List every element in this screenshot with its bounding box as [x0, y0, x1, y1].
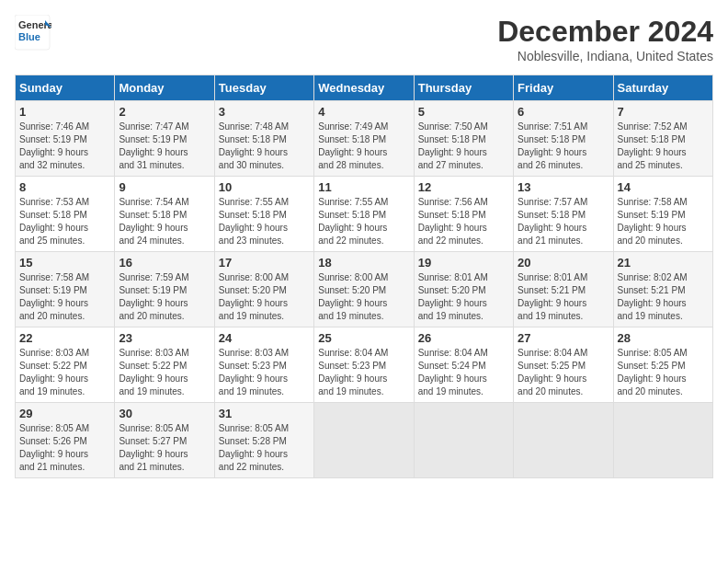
calendar-cell: 24Sunrise: 8:03 AMSunset: 5:23 PMDayligh…: [214, 327, 313, 403]
day-detail: Sunrise: 8:02 AMSunset: 5:21 PMDaylight:…: [618, 271, 709, 323]
day-number: 8: [19, 180, 110, 194]
calendar-cell: 13Sunrise: 7:57 AMSunset: 5:18 PMDayligh…: [514, 177, 613, 252]
day-number: 22: [19, 331, 110, 345]
day-detail: Sunrise: 7:55 AMSunset: 5:18 PMDaylight:…: [219, 196, 310, 247]
day-number: 25: [318, 331, 409, 345]
day-detail: Sunrise: 7:52 AMSunset: 5:18 PMDaylight:…: [618, 121, 709, 172]
calendar-cell: 3Sunrise: 7:48 AMSunset: 5:18 PMDaylight…: [214, 101, 313, 177]
calendar-cell: 2Sunrise: 7:47 AMSunset: 5:19 PMDaylight…: [115, 101, 214, 177]
day-detail: Sunrise: 8:00 AMSunset: 5:20 PMDaylight:…: [318, 271, 409, 323]
day-number: 17: [219, 256, 310, 270]
day-detail: Sunrise: 8:03 AMSunset: 5:23 PMDaylight:…: [219, 347, 310, 398]
calendar-cell: 27Sunrise: 8:04 AMSunset: 5:25 PMDayligh…: [514, 327, 613, 403]
calendar-cell: 30Sunrise: 8:05 AMSunset: 5:27 PMDayligh…: [115, 403, 214, 478]
day-detail: Sunrise: 7:55 AMSunset: 5:18 PMDaylight:…: [318, 196, 409, 247]
day-number: 16: [119, 256, 210, 270]
day-number: 23: [119, 331, 210, 345]
calendar-cell: 7Sunrise: 7:52 AMSunset: 5:18 PMDaylight…: [613, 101, 712, 177]
day-detail: Sunrise: 7:54 AMSunset: 5:18 PMDaylight:…: [119, 196, 210, 247]
header-saturday: Saturday: [613, 75, 712, 101]
title-block: December 2024 Noblesville, Indiana, Unit…: [497, 15, 713, 63]
calendar-cell: 23Sunrise: 8:03 AMSunset: 5:22 PMDayligh…: [115, 327, 214, 403]
calendar-cell: [613, 403, 712, 478]
calendar-cell: [514, 403, 613, 478]
day-detail: Sunrise: 8:05 AMSunset: 5:26 PMDaylight:…: [19, 422, 110, 474]
day-detail: Sunrise: 8:04 AMSunset: 5:23 PMDaylight:…: [318, 347, 409, 398]
day-detail: Sunrise: 7:46 AMSunset: 5:19 PMDaylight:…: [19, 121, 110, 172]
calendar-cell: 31Sunrise: 8:05 AMSunset: 5:28 PMDayligh…: [214, 403, 313, 478]
day-number: 27: [518, 331, 609, 345]
calendar-cell: [414, 403, 513, 478]
header-tuesday: Tuesday: [214, 75, 313, 101]
calendar-cell: 25Sunrise: 8:04 AMSunset: 5:23 PMDayligh…: [314, 327, 414, 403]
day-detail: Sunrise: 7:48 AMSunset: 5:18 PMDaylight:…: [219, 121, 310, 172]
day-detail: Sunrise: 7:58 AMSunset: 5:19 PMDaylight:…: [618, 196, 709, 247]
day-number: 20: [518, 256, 609, 270]
logo-svg: General Blue: [15, 15, 51, 52]
day-number: 30: [119, 407, 210, 420]
calendar-cell: 20Sunrise: 8:01 AMSunset: 5:21 PMDayligh…: [514, 252, 613, 327]
day-detail: Sunrise: 8:04 AMSunset: 5:24 PMDaylight:…: [418, 347, 509, 398]
day-number: 2: [119, 105, 210, 119]
calendar-cell: 9Sunrise: 7:54 AMSunset: 5:18 PMDaylight…: [115, 177, 214, 252]
header-friday: Friday: [514, 75, 613, 101]
day-number: 11: [318, 180, 409, 194]
day-number: 3: [219, 105, 310, 119]
day-number: 9: [119, 180, 210, 194]
day-number: 10: [219, 180, 310, 194]
day-detail: Sunrise: 7:58 AMSunset: 5:19 PMDaylight:…: [19, 271, 110, 323]
day-number: 29: [19, 407, 110, 420]
day-number: 14: [618, 180, 709, 194]
day-number: 28: [618, 331, 709, 345]
day-detail: Sunrise: 7:50 AMSunset: 5:18 PMDaylight:…: [418, 121, 509, 172]
calendar-cell: 28Sunrise: 8:05 AMSunset: 5:25 PMDayligh…: [613, 327, 712, 403]
calendar-cell: 19Sunrise: 8:01 AMSunset: 5:20 PMDayligh…: [414, 252, 513, 327]
day-detail: Sunrise: 7:57 AMSunset: 5:18 PMDaylight:…: [518, 196, 609, 247]
day-number: 15: [19, 256, 110, 270]
week-row-1: 1Sunrise: 7:46 AMSunset: 5:19 PMDaylight…: [16, 101, 713, 177]
week-row-3: 15Sunrise: 7:58 AMSunset: 5:19 PMDayligh…: [16, 252, 713, 327]
day-number: 19: [418, 256, 509, 270]
day-detail: Sunrise: 7:53 AMSunset: 5:18 PMDaylight:…: [19, 196, 110, 247]
day-number: 5: [418, 105, 509, 119]
page-header: General Blue December 2024 Noblesville, …: [15, 15, 713, 63]
day-detail: Sunrise: 8:05 AMSunset: 5:25 PMDaylight:…: [618, 347, 709, 398]
day-number: 1: [19, 105, 110, 119]
calendar-table: SundayMondayTuesdayWednesdayThursdayFrid…: [15, 75, 713, 478]
day-detail: Sunrise: 8:00 AMSunset: 5:20 PMDaylight:…: [219, 271, 310, 323]
subtitle: Noblesville, Indiana, United States: [497, 49, 713, 63]
day-number: 6: [518, 105, 609, 119]
calendar-cell: 12Sunrise: 7:56 AMSunset: 5:18 PMDayligh…: [414, 177, 513, 252]
day-number: 31: [219, 407, 310, 420]
day-number: 26: [418, 331, 509, 345]
logo: General Blue: [15, 15, 51, 52]
calendar-cell: 18Sunrise: 8:00 AMSunset: 5:20 PMDayligh…: [314, 252, 414, 327]
calendar-cell: 14Sunrise: 7:58 AMSunset: 5:19 PMDayligh…: [613, 177, 712, 252]
day-detail: Sunrise: 8:01 AMSunset: 5:21 PMDaylight:…: [518, 271, 609, 323]
day-number: 13: [518, 180, 609, 194]
day-number: 18: [318, 256, 409, 270]
calendar-cell: 4Sunrise: 7:49 AMSunset: 5:18 PMDaylight…: [314, 101, 414, 177]
header-sunday: Sunday: [16, 75, 115, 101]
day-number: 4: [318, 105, 409, 119]
calendar-cell: 8Sunrise: 7:53 AMSunset: 5:18 PMDaylight…: [16, 177, 115, 252]
day-detail: Sunrise: 7:49 AMSunset: 5:18 PMDaylight:…: [318, 121, 409, 172]
calendar-cell: 21Sunrise: 8:02 AMSunset: 5:21 PMDayligh…: [613, 252, 712, 327]
day-detail: Sunrise: 8:01 AMSunset: 5:20 PMDaylight:…: [418, 271, 509, 323]
week-row-2: 8Sunrise: 7:53 AMSunset: 5:18 PMDaylight…: [16, 177, 713, 252]
calendar-cell: 10Sunrise: 7:55 AMSunset: 5:18 PMDayligh…: [214, 177, 313, 252]
calendar-cell: 5Sunrise: 7:50 AMSunset: 5:18 PMDaylight…: [414, 101, 513, 177]
day-number: 21: [618, 256, 709, 270]
header-monday: Monday: [115, 75, 214, 101]
calendar-cell: 11Sunrise: 7:55 AMSunset: 5:18 PMDayligh…: [314, 177, 414, 252]
day-number: 24: [219, 331, 310, 345]
calendar-cell: 17Sunrise: 8:00 AMSunset: 5:20 PMDayligh…: [214, 252, 313, 327]
day-detail: Sunrise: 8:03 AMSunset: 5:22 PMDaylight:…: [19, 347, 110, 398]
day-detail: Sunrise: 7:59 AMSunset: 5:19 PMDaylight:…: [119, 271, 210, 323]
day-detail: Sunrise: 7:56 AMSunset: 5:18 PMDaylight:…: [418, 196, 509, 247]
calendar-cell: 29Sunrise: 8:05 AMSunset: 5:26 PMDayligh…: [16, 403, 115, 478]
calendar-cell: [314, 403, 414, 478]
main-title: December 2024: [497, 15, 713, 49]
calendar-body: 1Sunrise: 7:46 AMSunset: 5:19 PMDaylight…: [16, 101, 713, 478]
day-number: 12: [418, 180, 509, 194]
